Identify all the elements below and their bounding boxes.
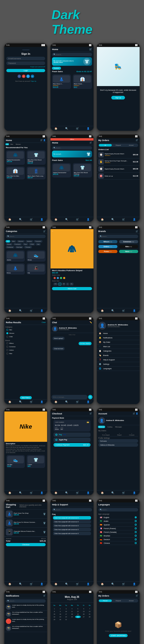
rec-product-1[interactable]: 🧥 Digital Flameweaher $43.05: [6, 150, 25, 165]
signin-title: Sign In: [21, 52, 30, 55]
tab-shipped[interactable]: Shipped: [112, 144, 125, 146]
lang-arabic[interactable]: 🇸🇦 Arabic: [98, 519, 138, 523]
phone-home-banner: 9:41▊▊ Home 🛒 🔍Search... Be yourself, ev…: [50, 43, 94, 132]
faq-2[interactable]: Dolor free spegesdit with tomorrow O: [53, 520, 91, 524]
nike-banner: Nike: [4, 412, 47, 442]
brand-nike[interactable]: Nike★ 4.2: [119, 245, 138, 248]
tab-arrived[interactable]: Arrived: [125, 600, 138, 602]
email-input[interactable]: Email/Username: [6, 57, 45, 60]
lang-deutsch[interactable]: 🇩🇪 Deutsch: [98, 538, 138, 541]
phones-row-5: 9:41▊▊ Nike Description We're all going …: [2, 406, 142, 497]
lang-french-france[interactable]: 🇫🇷 French (France): [98, 527, 138, 530]
order-3[interactable]: ⌚ Digital Display Bracelet Watch $63.98: [97, 166, 140, 172]
tab-messages[interactable]: Messages: [114, 426, 123, 428]
order-4[interactable]: 🎯 Roller pin up $12.38: [97, 172, 140, 180]
apple-pay-option[interactable]: Apple Pay: [53, 438, 90, 442]
tab-all[interactable]: All: [99, 144, 112, 146]
rec-product-2[interactable]: 👕 Men Polo Shirt Brand Clothing $42.25: [27, 150, 46, 165]
faq-5[interactable]: Dolor free spegesdit with tomorrow O: [53, 532, 91, 535]
phone-empty-orders: 9:41▊▊ My Orders 🛒 Placed Shipped Arrive…: [96, 590, 140, 644]
tab-shipped-2[interactable]: Shipped: [112, 600, 125, 602]
tab-catalog[interactable]: Catalog: [106, 426, 113, 428]
paypal-option[interactable]: PayPal: [53, 432, 90, 437]
phones-row-4: 9:41▊▊ Refine Results Clear Category Men: [2, 315, 142, 406]
faq-3[interactable]: Dolor free spegesdit with tomorrow O: [53, 524, 91, 528]
notif-1[interactable]: 📸 Lorem ipsum is simply dummy text of th…: [4, 604, 47, 611]
menu-categories[interactable]: 📋Categories: [97, 349, 140, 353]
faq-4[interactable]: Dolor free spegesdit with tomorrow O: [53, 528, 91, 531]
faq-1[interactable]: Dolor free spegesdit with tomorrow O: [53, 516, 91, 520]
linkedin-icon[interactable]: in: [31, 74, 34, 78]
menu-notifications[interactable]: 🔔Notifications: [97, 336, 140, 340]
p-offline-1[interactable]: 🧥 Digital Flameweaher $43.05: [52, 163, 71, 178]
start-shopping-button[interactable]: START SHOPPING: [109, 634, 128, 637]
password-input[interactable]: Password: [6, 61, 45, 65]
lang-spanish[interactable]: 🇪🇸 Spanish: [98, 523, 138, 527]
phone-cart: 9:41▊▊ Shopping Cart Select your quantit…: [4, 498, 48, 587]
tab-arrived[interactable]: Arrived: [125, 144, 138, 146]
phones-row-2: 9:41▊▊ Home 🛒 👤 All Men Women Recommende…: [2, 133, 142, 224]
profile-menu-list: 🏠Home 🔔Notifications 📦My Order ♡Wish Lis…: [97, 331, 140, 371]
tab-wishlist[interactable]: WishList: [98, 426, 105, 428]
order-2[interactable]: ✋ Spring Hand Grip Finger Strength... ★★…: [97, 158, 140, 166]
signup-button[interactable]: Sign up: [111, 96, 125, 100]
p-offline-2[interactable]: 👕 Men Polo Shirt Brand Clothing $42.25: [73, 163, 92, 178]
notif-4[interactable]: 📸 It is a long established fact that a r…: [4, 625, 47, 632]
forgot-password-link[interactable]: Forgot your password?: [30, 66, 45, 68]
select-color-label: Select Color: [52, 274, 92, 276]
login-button[interactable]: Login: [6, 69, 45, 72]
menu-my-order[interactable]: 📦My Order: [97, 340, 140, 344]
calendar-header: Mon, Aug 26 August 106: [50, 594, 93, 603]
menu-languages[interactable]: 🌐Languages: [97, 366, 140, 371]
continue-payment-button[interactable]: Continue Payment $22.15: [53, 443, 90, 447]
lang-english[interactable]: 🇺🇸 English: [98, 516, 138, 519]
brand-umbro[interactable]: Umbro★ 4.1: [98, 245, 117, 248]
rec-product-4[interactable]: 👖 Men's Sport Pants Long $42.97: [27, 166, 46, 180]
menu-brands[interactable]: 🏷️Brands: [97, 353, 140, 358]
order-1[interactable]: ⌚ Digital Display Bracelet Watch ★★★★☆ $…: [97, 151, 140, 158]
brands-grid: Wilson★ 4.2 Converse★ 4.2 Umbro★ 4.1 Nik…: [97, 239, 140, 254]
bottom-nav: 🏠 🔍 🛒 👤: [50, 126, 93, 131]
signin-screen: Sign In Email/Username Password Forgot y…: [4, 47, 47, 131]
product-card-2[interactable]: 👔 Black Check... ★★★★☆ $4.2: [73, 74, 92, 89]
add-to-cart-button[interactable]: Add to Cart: [52, 287, 92, 290]
send-message-button[interactable]: ➤: [88, 395, 93, 399]
menu-home[interactable]: 🏠Home: [97, 331, 140, 336]
calendar-days-header: Su Mo Tu We Th Fr Sa: [50, 604, 93, 607]
phone-nike: 9:41▊▊ Nike Description We're all going …: [4, 407, 48, 496]
tab-placed[interactable]: Placed: [99, 600, 112, 602]
categories-list: All Men Women Jackets Trousers Shoes Fur…: [4, 239, 47, 250]
cart-item-3: 📱 Cleanside Silicone Protects that... $4…: [4, 528, 47, 537]
brand-wilson[interactable]: Wilson★ 4.2: [98, 240, 117, 243]
profile-header: 👤 Andrew R. Whitesides andrewrwhitesides…: [97, 320, 140, 331]
notif-2[interactable]: 📸 It is a long established fact that a r…: [4, 611, 47, 618]
notif-3[interactable]: 🔴 Lorem ipsum is simply dummy text of th…: [4, 618, 47, 625]
brand-converse[interactable]: Converse★ 4.2: [119, 240, 138, 243]
product-hero-image: 🧥 ← ♡: [50, 229, 93, 268]
clear-filter-button[interactable]: Clear: [42, 322, 46, 323]
menu-settings[interactable]: ⚙️Settings: [97, 362, 140, 366]
chat-msg-1: How is going?: [52, 337, 65, 340]
size-options: XS S M L XL: [52, 282, 92, 286]
lang-chinese[interactable]: 🇨🇳 Chinese: [98, 541, 138, 545]
facebook-icon[interactable]: f: [17, 74, 21, 78]
product-title: Men's Hoodies Pullovers Striped: [52, 270, 92, 272]
rec-product-3[interactable]: 👔 Polo Shirt For Men $43.92: [6, 166, 25, 180]
brand-vans[interactable]: Vans★ 4.2: [119, 250, 138, 253]
menu-help[interactable]: ❓Help & Support: [97, 358, 140, 362]
cart-item-2: 👗 Maxi Dress For Women Summer... $38.98 …: [4, 518, 47, 528]
brand-puma[interactable]: Puma★ 4.1: [98, 250, 117, 253]
phone-motivational: 9:41▊▊ 🛼 Don't cry because it's over, sm…: [96, 43, 140, 132]
signup-link[interactable]: Sign Up: [31, 80, 36, 82]
twitter-icon[interactable]: t: [26, 74, 30, 78]
checkout-button[interactable]: Checkout: [6, 543, 46, 546]
add-filters-button[interactable]: Add Filters: [20, 396, 32, 399]
lang-brazilian[interactable]: 🇧🇷 Brazilian: [98, 534, 138, 538]
lang-french-canada[interactable]: 🇨🇦 French (Canada): [98, 530, 138, 534]
menu-wishlist[interactable]: ♡Wish List: [97, 344, 140, 349]
phone-home2: 9:41▊▊ Offline Home 🛒 🔍Search... Be your…: [50, 134, 94, 223]
product-card-1[interactable]: 👗 Maxi Dress C... ★★★★☆ $14.25: [52, 74, 71, 89]
explore-button[interactable]: Explore: [52, 67, 61, 70]
google-icon[interactable]: G: [22, 74, 25, 78]
search-bar[interactable]: 🔍Search...: [52, 53, 92, 56]
